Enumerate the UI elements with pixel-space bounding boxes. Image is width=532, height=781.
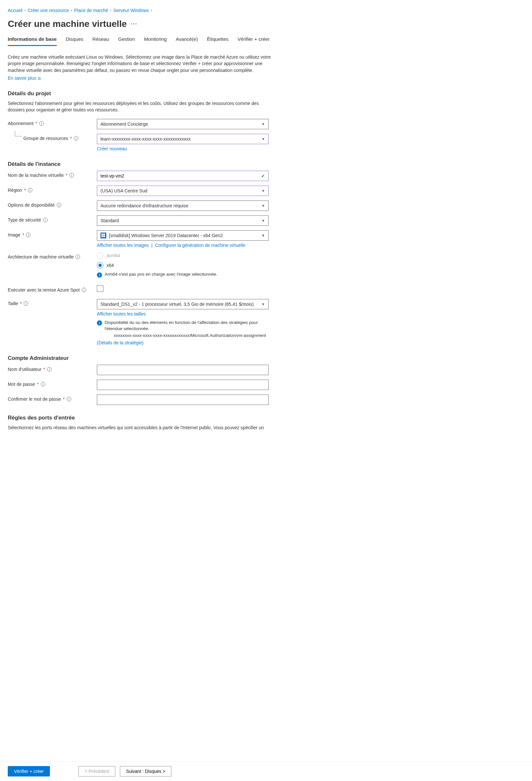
spot-checkbox[interactable] [97, 285, 104, 292]
info-icon[interactable]: i [74, 136, 78, 140]
intro-text: Créez une machine virtuelle exécutant Li… [8, 54, 277, 74]
more-icon[interactable]: ··· [131, 21, 137, 28]
info-icon[interactable]: i [41, 382, 45, 386]
configure-generation-link[interactable]: Configurer la génération de machine virt… [155, 243, 245, 248]
chevron-down-icon: ▼ [261, 302, 265, 306]
chevron-down-icon: ▼ [261, 234, 265, 238]
tab-management[interactable]: Gestion [118, 36, 135, 46]
svg-rect-2 [101, 236, 103, 237]
security-type-select[interactable]: Standard ▼ [97, 215, 269, 226]
show-all-images-link[interactable]: Afficher toutes les images [97, 243, 149, 248]
vmname-input-wrap: ✓ [97, 171, 269, 181]
arch-info-text: Arm64 n'est pas pris en charge avec l'im… [105, 272, 217, 277]
subscription-select[interactable]: Abonnement Concierge ▼ [97, 119, 269, 129]
password-input[interactable] [100, 382, 265, 387]
arch-arm64-radio: Arm64 [97, 252, 269, 259]
info-icon[interactable]: i [28, 188, 32, 193]
tab-tags[interactable]: Étiquettes [207, 36, 229, 46]
image-select[interactable]: [smalldisk] Windows Server 2019 Datacent… [97, 230, 269, 241]
chevron-right-icon: › [71, 8, 72, 13]
breadcrumb-marketplace[interactable]: Place de marché [74, 8, 108, 13]
info-icon[interactable]: i [39, 121, 44, 126]
region-select[interactable]: (USA) USA Centre Sud ▼ [97, 186, 269, 196]
section-project-title: Détails du projet [8, 90, 284, 97]
svg-rect-3 [104, 236, 105, 237]
section-project-desc: Sélectionnez l'abonnement pour gérer les… [8, 100, 277, 113]
chevron-down-icon: ▼ [261, 204, 265, 208]
vmname-label: Nom de la machine virtuelle* i [8, 171, 97, 178]
tab-advanced[interactable]: Avancé(e) [176, 36, 198, 46]
subscription-label: Abonnement* i [8, 119, 97, 126]
chevron-right-icon: › [151, 8, 152, 13]
chevron-right-icon: › [110, 8, 112, 13]
arch-x64-radio[interactable]: x64 [97, 262, 269, 269]
chevron-down-icon: ▼ [261, 122, 265, 126]
resource-group-select[interactable]: learn-xxxxxxxx-xxxx-xxxx-xxxx-xxxxxxxxxx… [97, 134, 269, 144]
info-icon[interactable]: i [24, 301, 28, 306]
security-type-label: Type de sécurité i [8, 215, 97, 222]
availability-label: Options de disponibilité i [8, 201, 97, 208]
size-info-text: Disponibilité du ou des éléments en fonc… [105, 320, 269, 339]
tab-review[interactable]: Vérifier + créer [238, 36, 270, 46]
section-ports-desc: Sélectionnez les ports réseau des machin… [8, 424, 277, 431]
radio-icon [97, 252, 104, 259]
vmname-input[interactable] [100, 173, 261, 178]
size-select[interactable]: Standard_DS1_v2 - 1 processeur virtuel, … [97, 299, 269, 310]
spot-label: Exécuter avec la remise Azure Spot i [8, 285, 97, 292]
radio-icon [97, 262, 104, 269]
chevron-down-icon: ▼ [261, 137, 265, 141]
tab-monitoring[interactable]: Monitoring [144, 36, 167, 46]
info-icon[interactable]: i [26, 233, 31, 237]
tab-disks[interactable]: Disques [66, 36, 83, 46]
chevron-down-icon: ▼ [261, 219, 265, 222]
architecture-label: Architecture de machine virtuelle i [8, 252, 97, 259]
info-icon[interactable]: i [67, 397, 71, 401]
page-title: Créer une machine virtuelle ··· [8, 19, 284, 29]
region-label: Région * i [8, 186, 97, 193]
confirm-password-label: Confirmer le mot de passe * i [8, 395, 97, 402]
resource-group-label: Groupe de ressources* i [8, 134, 97, 141]
tab-network[interactable]: Réseau [92, 36, 109, 46]
tabs: Informations de base Disques Réseau Gest… [8, 36, 284, 46]
username-label: Nom d'utilisateur * i [8, 365, 97, 372]
tab-basics[interactable]: Informations de base [8, 36, 57, 46]
policy-details-link[interactable]: (Détails de la stratégie) [97, 340, 144, 345]
show-all-sizes-link[interactable]: Afficher toutes les tailles [97, 311, 146, 317]
breadcrumb-windows-server[interactable]: Serveur Windows [113, 8, 149, 13]
username-input[interactable] [100, 367, 265, 373]
info-icon[interactable]: i [82, 288, 86, 292]
section-ports-title: Règles des ports d'entrée [8, 415, 284, 421]
create-new-rg-link[interactable]: Créer nouveau [97, 146, 127, 151]
check-icon: ✓ [261, 173, 265, 178]
chevron-right-icon: › [24, 8, 26, 13]
svg-rect-0 [101, 234, 103, 235]
info-icon[interactable]: i [43, 218, 48, 222]
section-admin-title: Compte Administrateur [8, 355, 284, 362]
info-icon: i [97, 320, 102, 326]
availability-select[interactable]: Aucune redondance d'infrastructure requi… [97, 201, 269, 211]
image-label: Image * i [8, 230, 97, 238]
info-icon[interactable]: i [57, 203, 61, 207]
svg-rect-1 [104, 234, 105, 235]
learn-more-link[interactable]: En savoir plus ⧉ [8, 76, 41, 81]
windows-icon [100, 233, 106, 238]
chevron-down-icon: ▼ [261, 189, 265, 193]
info-icon[interactable]: i [76, 255, 80, 259]
breadcrumb-create-resource[interactable]: Créer une ressource [28, 8, 69, 13]
section-instance-title: Détails de l'instance [8, 161, 284, 167]
breadcrumb-home[interactable]: Accueil [8, 8, 23, 13]
confirm-password-input[interactable] [100, 397, 265, 402]
info-icon[interactable]: i [47, 367, 51, 372]
breadcrumb: Accueil› Créer une ressource› Place de m… [8, 8, 284, 13]
external-link-icon: ⧉ [37, 76, 41, 81]
info-icon: i [97, 273, 102, 278]
password-label: Mot de passe* i [8, 380, 97, 387]
info-icon[interactable]: i [69, 173, 74, 177]
size-label: Taille* i [8, 299, 97, 306]
